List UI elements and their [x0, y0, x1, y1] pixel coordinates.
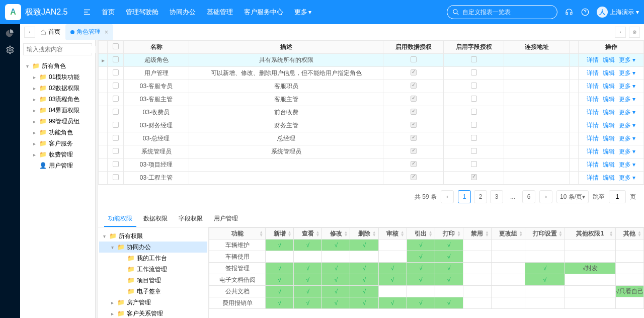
more-dropdown[interactable]: 更多 ▾ — [619, 56, 635, 63]
expand-icon[interactable]: ▸ — [33, 141, 37, 146]
perm-cell[interactable] — [615, 263, 643, 274]
perm-cell[interactable] — [565, 240, 615, 251]
nav-item[interactable]: 更多▾ — [294, 8, 311, 17]
detail-link[interactable]: 详情 — [587, 96, 599, 103]
table-row[interactable]: 用户管理可以新增、修改、删除用户信息，但不能给用户指定角色详情编辑更多 ▾ — [99, 67, 644, 80]
perm-cell[interactable] — [407, 251, 435, 263]
table-row[interactable]: 03-收费员前台收费详情编辑更多 ▾ — [99, 106, 644, 119]
perm-cell[interactable] — [565, 251, 615, 263]
perm-cell[interactable] — [378, 274, 407, 286]
column-header[interactable]: 描述 — [189, 41, 383, 54]
perm-cell[interactable] — [491, 263, 525, 274]
row-checkbox[interactable] — [113, 135, 119, 141]
edit-link[interactable]: 编辑 — [603, 122, 615, 129]
user-menu[interactable]: 人 上海演示 ▾ — [597, 7, 639, 18]
perm-column-header[interactable]: 打印▲▼ — [435, 228, 463, 240]
perm-cell[interactable] — [407, 297, 435, 309]
tree-node[interactable]: ▾📁所有角色 — [22, 60, 93, 71]
perm-cell[interactable] — [525, 274, 565, 286]
perm-cell[interactable] — [463, 251, 491, 263]
nav-item[interactable]: 协同办公 — [170, 8, 196, 17]
perm-cell[interactable] — [294, 251, 322, 263]
perm-cell[interactable] — [322, 240, 350, 251]
perm-cell[interactable] — [350, 297, 378, 309]
perm-cell[interactable] — [435, 286, 463, 297]
row-checkbox[interactable] — [113, 69, 119, 75]
table-row[interactable]: 03-客服主管客服主管详情编辑更多 ▾ — [99, 93, 644, 106]
expand-icon[interactable]: ▸ — [33, 119, 37, 124]
perm-cell[interactable] — [378, 286, 407, 297]
perm-column-header[interactable]: 删除▲▼ — [350, 228, 378, 240]
collapse-menu-icon[interactable] — [83, 8, 92, 17]
perm-column-header[interactable]: 引出▲▼ — [407, 228, 435, 240]
row-checkbox[interactable] — [113, 161, 119, 167]
checkbox[interactable] — [471, 56, 477, 62]
tree-node[interactable]: ▸📁收费管理 — [22, 149, 93, 160]
perm-cell[interactable] — [491, 286, 525, 297]
perm-cell[interactable] — [407, 286, 435, 297]
row-checkbox[interactable] — [113, 56, 119, 62]
perm-row[interactable]: 签报管理√封发 — [209, 263, 644, 274]
tree-node[interactable]: ▸📁02数据权限 — [22, 83, 93, 94]
perm-cell[interactable] — [615, 297, 643, 309]
edit-link[interactable]: 编辑 — [603, 148, 615, 155]
checkbox[interactable] — [411, 148, 417, 154]
perm-cell[interactable] — [463, 286, 491, 297]
perm-cell[interactable] — [266, 274, 294, 286]
expand-icon[interactable]: ▾ — [111, 245, 115, 250]
perm-cell[interactable] — [491, 240, 525, 251]
perm-cell[interactable] — [322, 251, 350, 263]
row-checkbox[interactable] — [113, 122, 119, 128]
perm-cell[interactable] — [491, 297, 525, 309]
perm-column-header[interactable]: 打印设置▲▼ — [525, 228, 565, 240]
subtab[interactable]: 用户管理 — [210, 211, 242, 227]
perm-cell[interactable] — [407, 240, 435, 251]
tree-node[interactable]: ▸📁功能角色 — [22, 127, 93, 138]
checkbox[interactable] — [471, 96, 477, 102]
perm-cell[interactable] — [615, 274, 643, 286]
nav-item[interactable]: 客户服务中心 — [244, 8, 283, 17]
perm-cell[interactable] — [435, 240, 463, 251]
perm-cell[interactable]: √只看自己 — [615, 286, 643, 297]
perm-cell[interactable] — [491, 274, 525, 286]
row-checkbox[interactable] — [113, 96, 119, 102]
perm-cell[interactable] — [525, 251, 565, 263]
tree-node[interactable]: ▸📁客户服务 — [22, 138, 93, 149]
perm-cell[interactable] — [294, 274, 322, 286]
more-dropdown[interactable]: 更多 ▾ — [619, 135, 635, 142]
perm-row[interactable]: 公共文档√只看自己 — [209, 286, 644, 297]
expand-icon[interactable]: ▸ — [33, 74, 37, 80]
perm-cell[interactable] — [294, 297, 322, 309]
checkbox[interactable] — [471, 83, 477, 89]
perm-cell[interactable] — [615, 251, 643, 263]
expand-icon[interactable]: ▸ — [111, 300, 115, 305]
perm-cell[interactable] — [435, 297, 463, 309]
perm-cell[interactable] — [322, 263, 350, 274]
perm-cell[interactable] — [266, 286, 294, 297]
checkbox[interactable] — [471, 122, 477, 128]
more-dropdown[interactable]: 更多 ▾ — [619, 83, 635, 90]
column-header[interactable]: 操作 — [579, 41, 644, 54]
perm-cell[interactable] — [266, 297, 294, 309]
expand-icon[interactable]: ▸ — [33, 130, 37, 135]
checkbox[interactable] — [411, 109, 417, 115]
tab-prev-button[interactable]: ‹ — [24, 27, 35, 38]
detail-link[interactable]: 详情 — [587, 83, 599, 90]
perm-cell[interactable] — [350, 240, 378, 251]
tree-node[interactable]: ▸📁03流程角色 — [22, 94, 93, 105]
checkbox[interactable] — [471, 135, 477, 141]
expand-icon[interactable]: ▸ — [111, 311, 115, 316]
checkbox[interactable] — [471, 148, 477, 154]
table-row[interactable]: 03-总经理总经理详情编辑更多 ▾ — [99, 132, 644, 145]
more-dropdown[interactable]: 更多 ▾ — [619, 161, 635, 168]
perm-cell[interactable] — [463, 297, 491, 309]
perm-column-header[interactable]: 审核▲▼ — [378, 228, 407, 240]
close-icon[interactable]: × — [105, 29, 108, 36]
tab-home[interactable]: 首页 — [35, 24, 65, 40]
edit-link[interactable]: 编辑 — [603, 135, 615, 142]
row-checkbox[interactable] — [113, 109, 119, 115]
pager-page[interactable]: 2 — [474, 190, 487, 203]
perm-cell[interactable] — [378, 251, 407, 263]
checkbox[interactable] — [411, 174, 417, 180]
perm-row[interactable]: 费用报销单 — [209, 297, 644, 309]
